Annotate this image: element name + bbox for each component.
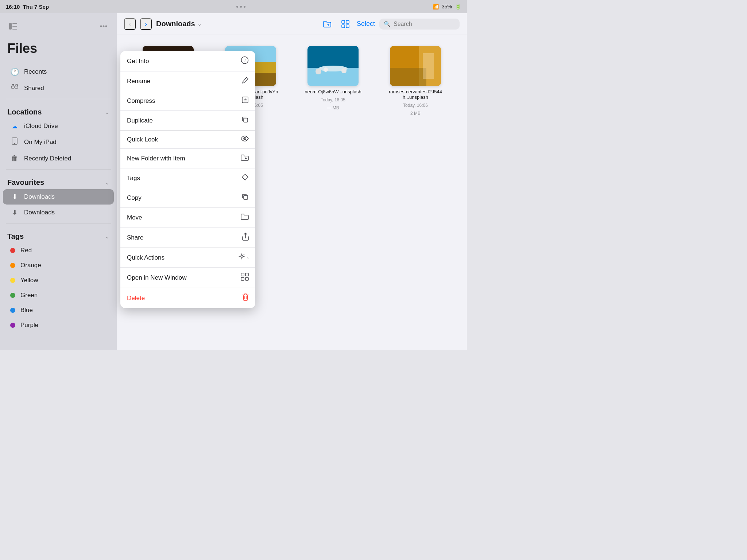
green-tag-dot (10, 293, 15, 298)
svg-rect-15 (342, 20, 345, 23)
quick-look-label: Quick Look (127, 136, 158, 143)
svg-rect-10 (16, 84, 18, 86)
delete-label: Delete (127, 295, 145, 302)
icloud-icon: ☁ (10, 123, 19, 130)
tags-chevron[interactable]: ⌄ (105, 234, 109, 240)
sidebar-item-icloud[interactable]: ☁ iCloud Drive (3, 119, 114, 133)
battery-icon: 🔋 (455, 4, 461, 9)
menu-item-get-info[interactable]: Get Info i (120, 51, 255, 71)
tag-icon (241, 174, 249, 183)
menu-item-share[interactable]: Share (120, 228, 255, 248)
sidebar-item-recently-deleted[interactable]: 🗑 Recently Deleted (3, 151, 114, 166)
svg-rect-1 (12, 23, 17, 24)
svg-point-12 (14, 143, 15, 144)
sidebar-item-ipad[interactable]: On My iPad (3, 134, 114, 150)
download-icon-active: ⬇ (10, 193, 19, 201)
svg-rect-40 (390, 68, 426, 86)
menu-group-3: Copy Move Share (120, 188, 255, 248)
menu-item-tags[interactable]: Tags (120, 168, 255, 188)
sidebar-item-green[interactable]: Green (3, 288, 114, 303)
new-window-icon (241, 273, 249, 283)
recents-icon: 🕐 (10, 67, 19, 76)
sidebar-item-yellow[interactable]: Yellow (3, 273, 114, 288)
menu-item-move[interactable]: Move (120, 208, 255, 228)
pencil-icon (241, 77, 249, 86)
quick-actions-label: Quick Actions (127, 254, 165, 261)
yellow-label: Yellow (20, 277, 38, 284)
sidebar-item-red[interactable]: Red (3, 243, 114, 258)
files-title: Files (0, 38, 117, 63)
status-date: Thu 7 Sep (23, 4, 49, 10)
svg-point-4 (100, 26, 102, 27)
more-options-button[interactable] (98, 20, 109, 32)
open-new-window-label: Open in New Window (127, 274, 186, 281)
menu-item-copy[interactable]: Copy (120, 188, 255, 208)
sidebar-toggle-button[interactable] (7, 20, 19, 32)
svg-rect-16 (346, 20, 349, 23)
sidebar-divider-2 (6, 169, 111, 170)
select-button[interactable]: Select (357, 20, 375, 28)
search-icon: 🔍 (384, 21, 391, 27)
folder-title-text: Downloads (156, 20, 195, 28)
dot1 (236, 6, 238, 8)
locations-chevron[interactable]: ⌄ (105, 109, 109, 115)
favourites-title: Favourites (7, 178, 44, 187)
ipad-label: On My iPad (24, 139, 57, 146)
green-label: Green (20, 292, 38, 299)
quick-actions-chevron: › (247, 255, 249, 261)
menu-item-duplicate[interactable]: Duplicate (120, 111, 255, 130)
download-icon-2: ⬇ (10, 209, 19, 217)
svg-point-56 (244, 138, 245, 139)
menu-item-open-new-window[interactable]: Open in New Window (120, 268, 255, 288)
menu-item-quick-actions[interactable]: Quick Actions › (120, 248, 255, 268)
svg-rect-0 (9, 23, 12, 30)
file-item-4[interactable]: ramses-cervantes-l2J544h...unsplash Toda… (379, 46, 452, 116)
move-label: Move (127, 214, 142, 221)
icloud-label: iCloud Drive (24, 122, 58, 130)
copy-label: Copy (127, 194, 142, 202)
menu-item-rename[interactable]: Rename (120, 71, 255, 91)
menu-item-quick-look[interactable]: Quick Look (120, 131, 255, 149)
sidebar-item-purple[interactable]: Purple (3, 318, 114, 332)
folder-title[interactable]: Downloads ⌄ (156, 20, 202, 28)
downloads-active-label: Downloads (24, 193, 55, 201)
file-date-4: Today, 16:06 (403, 103, 428, 108)
sidebar-item-shared[interactable]: Shared (3, 80, 114, 96)
quick-actions-right: › (238, 253, 249, 262)
svg-rect-62 (245, 273, 248, 276)
new-folder-button[interactable] (320, 19, 334, 29)
svg-point-37 (341, 68, 347, 73)
menu-item-compress[interactable]: Compress (120, 91, 255, 111)
back-button[interactable]: ‹ (124, 18, 136, 30)
forward-button[interactable]: › (140, 18, 152, 30)
shared-icon (10, 84, 19, 92)
file-size-3: — MB (327, 105, 339, 110)
svg-point-60 (243, 254, 244, 255)
svg-rect-32 (307, 46, 359, 68)
sidebar-item-blue[interactable]: Blue (3, 303, 114, 318)
purple-tag-dot (10, 323, 15, 328)
sidebar-item-downloads-active[interactable]: ⬇ Downloads (3, 189, 114, 205)
menu-item-delete[interactable]: Delete (120, 288, 255, 308)
compress-label: Compress (127, 97, 155, 105)
svg-text:i: i (244, 58, 245, 63)
share-icon (242, 233, 249, 242)
sidebar-item-orange[interactable]: Orange (3, 258, 114, 273)
red-tag-dot (10, 248, 15, 253)
sidebar: Files 🕐 Recents Shared Locations ⌄ ☁ iCl… (0, 13, 117, 350)
search-input[interactable] (394, 21, 455, 27)
menu-item-new-folder[interactable]: New Folder with Item (120, 149, 255, 168)
search-bar[interactable]: 🔍 (379, 19, 460, 30)
svg-rect-7 (11, 86, 14, 88)
menu-group-1: Get Info i Rename Compress (120, 51, 255, 131)
view-toggle-button[interactable] (338, 19, 352, 30)
sidebar-item-downloads-2[interactable]: ⬇ Downloads (3, 205, 114, 220)
share-label: Share (127, 234, 143, 241)
duplicate-label: Duplicate (127, 117, 153, 124)
trash-delete-icon (242, 293, 249, 303)
context-menu: Get Info i Rename Compress (120, 51, 255, 308)
file-item-3[interactable]: neom-Oj8w6hW...unsplash Today, 16:05 — M… (296, 46, 370, 116)
favourites-chevron[interactable]: ⌄ (105, 180, 109, 186)
wifi-icon: 📶 (433, 4, 439, 9)
sidebar-item-recents[interactable]: 🕐 Recents (3, 64, 114, 80)
